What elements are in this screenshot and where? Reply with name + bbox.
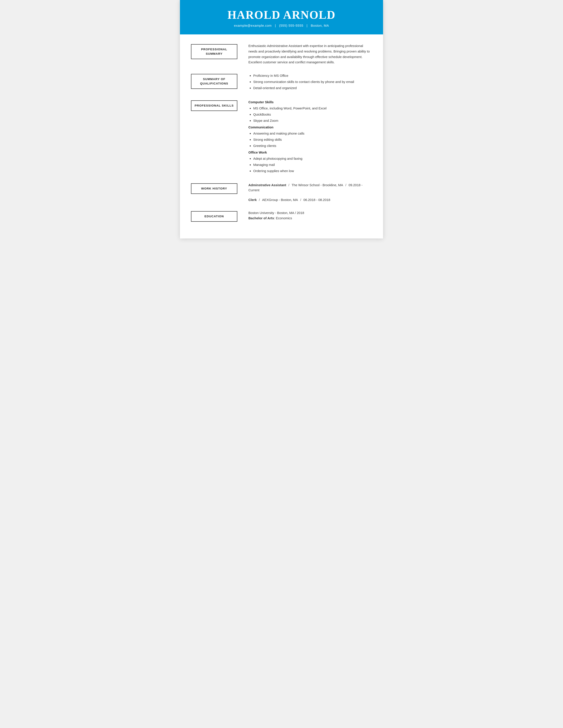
professional-summary-section: PROFESSIONAL SUMMARY Enthusiastic Admini… [191, 43, 372, 65]
summary-text: Enthusiastic Administrative Assistant wi… [248, 43, 372, 65]
edu-year-sep: / [294, 211, 297, 215]
list-item: Detail-oriented and organized [253, 85, 372, 91]
edu-institution: Boston University - Boston, MA / 2018 [248, 210, 372, 216]
work-title-1: Adminstrative Assistant [248, 183, 286, 187]
computer-skills-list: MS Office, including Word, PowerPoint, a… [248, 106, 372, 123]
contact-location: Boston, MA [311, 24, 329, 27]
work-entry-1: Adminstrative Assistant / The Winsor Sch… [248, 182, 372, 193]
work-sep-3: / [258, 198, 261, 202]
list-item: Proficiency in MS Office [253, 73, 372, 78]
work-history-section: WORK HISTORY Adminstrative Assistant / T… [191, 182, 372, 202]
edu-degree-field: Economics [276, 216, 292, 220]
work-sep-4: / [300, 198, 302, 202]
work-company-2: AEXGroup - Boston, MA [262, 198, 298, 202]
candidate-name: HAROLD ARNOLD [193, 8, 370, 21]
separator-1: | [275, 24, 276, 27]
separator-2: | [307, 24, 308, 27]
list-item: Answering and making phone calls [253, 131, 372, 136]
contact-line: example@example.com | (555) 555-5555 | B… [193, 24, 370, 27]
education-label: EDUCATION [204, 215, 224, 218]
qualifications-list: Proficiency in MS Office Strong communic… [248, 73, 372, 91]
work-history-label: WORK HISTORY [201, 187, 227, 190]
list-item: Ordering supplies when low [253, 168, 372, 174]
edu-degree-label: Bachelor of Arts [248, 216, 274, 220]
qualifications-content: Proficiency in MS Office Strong communic… [248, 73, 372, 92]
work-history-content: Adminstrative Assistant / The Winsor Sch… [248, 182, 372, 202]
list-item: Greeting clients [253, 143, 372, 148]
list-item: Adept at photocopying and faxing [253, 156, 372, 161]
contact-phone: (555) 555-5555 [279, 24, 304, 27]
professional-summary-content: Enthusiastic Administrative Assistant wi… [248, 43, 372, 65]
work-company-1: The Winsor School - Brookline, MA [292, 183, 343, 187]
skills-section: PROFESSIONAL SKILLS Computer Skills MS O… [191, 99, 372, 174]
work-sep-2: / [345, 183, 347, 187]
education-section: EDUCATION Boston University - Boston, MA… [191, 210, 372, 222]
list-item: Strong editing skills [253, 137, 372, 142]
list-item: MS Office, including Word, PowerPoint, a… [253, 106, 372, 111]
list-item: Strong communication skills to contact c… [253, 79, 372, 84]
skills-label: PROFESSIONAL SKILLS [194, 104, 233, 107]
computer-skills-title: Computer Skills [248, 99, 372, 105]
skills-label-box: PROFESSIONAL SKILLS [191, 100, 237, 111]
edu-year: 2018 [297, 211, 304, 215]
resume-body: PROFESSIONAL SUMMARY Enthusiastic Admini… [180, 34, 383, 238]
resume-page: HAROLD ARNOLD example@example.com | (555… [180, 0, 383, 238]
education-content: Boston University - Boston, MA / 2018 Ba… [248, 210, 372, 221]
list-item: Skype and Zoom [253, 118, 372, 123]
office-work-title: Office Work [248, 150, 372, 155]
list-item: Managing mail [253, 162, 372, 167]
edu-school: Boston University - Boston, MA [248, 211, 294, 215]
list-item: QuickBooks [253, 112, 372, 117]
professional-summary-label: PROFESSIONAL SUMMARY [201, 48, 227, 55]
edu-degree-line: Bachelor of Arts: Economics [248, 216, 372, 221]
communication-title: Communication [248, 125, 372, 130]
skills-content: Computer Skills MS Office, including Wor… [248, 99, 372, 174]
work-entry-2: Clerk / AEXGroup - Boston, MA / 06.2018 … [248, 197, 372, 202]
professional-summary-label-box: PROFESSIONAL SUMMARY [191, 44, 237, 59]
resume-header: HAROLD ARNOLD example@example.com | (555… [180, 0, 383, 34]
office-work-list: Adept at photocopying and faxing Managin… [248, 156, 372, 174]
qualifications-section: SUMMARY OF QUALIFICATIONS Proficiency in… [191, 73, 372, 92]
work-dates-2: 06.2018 - 08.2018 [304, 198, 330, 202]
contact-email: example@example.com [234, 24, 272, 27]
qualifications-label-box: SUMMARY OF QUALIFICATIONS [191, 74, 237, 89]
education-label-box: EDUCATION [191, 211, 237, 222]
work-history-label-box: WORK HISTORY [191, 183, 237, 194]
communication-list: Answering and making phone calls Strong … [248, 131, 372, 148]
work-title-2: Clerk [248, 198, 257, 202]
qualifications-label: SUMMARY OF QUALIFICATIONS [200, 77, 228, 85]
work-sep-1: / [288, 183, 290, 187]
